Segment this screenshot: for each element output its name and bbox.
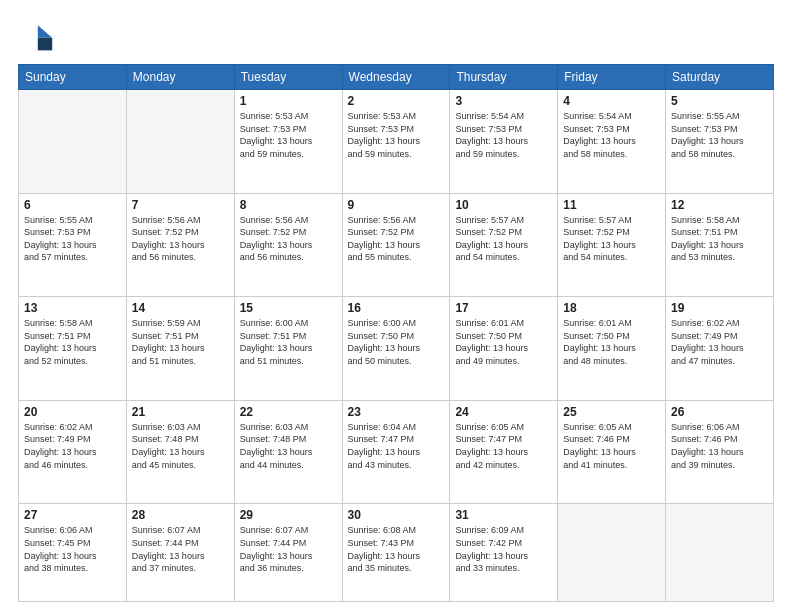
day-number: 13 — [24, 301, 121, 315]
calendar-header-sunday: Sunday — [19, 65, 127, 90]
calendar-cell: 3Sunrise: 5:54 AM Sunset: 7:53 PM Daylig… — [450, 90, 558, 194]
day-info: Sunrise: 5:55 AM Sunset: 7:53 PM Dayligh… — [24, 214, 121, 264]
day-info: Sunrise: 5:56 AM Sunset: 7:52 PM Dayligh… — [240, 214, 337, 264]
day-number: 10 — [455, 198, 552, 212]
day-info: Sunrise: 6:09 AM Sunset: 7:42 PM Dayligh… — [455, 524, 552, 574]
calendar-table: SundayMondayTuesdayWednesdayThursdayFrid… — [18, 64, 774, 602]
calendar-cell: 11Sunrise: 5:57 AM Sunset: 7:52 PM Dayli… — [558, 193, 666, 297]
day-info: Sunrise: 6:02 AM Sunset: 7:49 PM Dayligh… — [671, 317, 768, 367]
day-number: 24 — [455, 405, 552, 419]
day-number: 17 — [455, 301, 552, 315]
day-number: 27 — [24, 508, 121, 522]
calendar-cell: 24Sunrise: 6:05 AM Sunset: 7:47 PM Dayli… — [450, 400, 558, 504]
calendar-cell: 15Sunrise: 6:00 AM Sunset: 7:51 PM Dayli… — [234, 297, 342, 401]
calendar-cell: 2Sunrise: 5:53 AM Sunset: 7:53 PM Daylig… — [342, 90, 450, 194]
calendar-header-wednesday: Wednesday — [342, 65, 450, 90]
day-info: Sunrise: 5:58 AM Sunset: 7:51 PM Dayligh… — [671, 214, 768, 264]
calendar-cell: 30Sunrise: 6:08 AM Sunset: 7:43 PM Dayli… — [342, 504, 450, 602]
calendar-cell: 28Sunrise: 6:07 AM Sunset: 7:44 PM Dayli… — [126, 504, 234, 602]
calendar-cell: 25Sunrise: 6:05 AM Sunset: 7:46 PM Dayli… — [558, 400, 666, 504]
svg-marker-0 — [38, 25, 52, 38]
day-number: 28 — [132, 508, 229, 522]
day-number: 20 — [24, 405, 121, 419]
week-row-4: 20Sunrise: 6:02 AM Sunset: 7:49 PM Dayli… — [19, 400, 774, 504]
day-info: Sunrise: 6:04 AM Sunset: 7:47 PM Dayligh… — [348, 421, 445, 471]
calendar-cell: 12Sunrise: 5:58 AM Sunset: 7:51 PM Dayli… — [666, 193, 774, 297]
calendar-cell: 8Sunrise: 5:56 AM Sunset: 7:52 PM Daylig… — [234, 193, 342, 297]
calendar-cell: 31Sunrise: 6:09 AM Sunset: 7:42 PM Dayli… — [450, 504, 558, 602]
day-info: Sunrise: 6:00 AM Sunset: 7:50 PM Dayligh… — [348, 317, 445, 367]
day-number: 25 — [563, 405, 660, 419]
day-info: Sunrise: 5:53 AM Sunset: 7:53 PM Dayligh… — [240, 110, 337, 160]
day-info: Sunrise: 6:06 AM Sunset: 7:46 PM Dayligh… — [671, 421, 768, 471]
day-number: 6 — [24, 198, 121, 212]
day-info: Sunrise: 6:07 AM Sunset: 7:44 PM Dayligh… — [132, 524, 229, 574]
header — [18, 18, 774, 54]
day-number: 31 — [455, 508, 552, 522]
day-info: Sunrise: 6:05 AM Sunset: 7:46 PM Dayligh… — [563, 421, 660, 471]
calendar-cell: 10Sunrise: 5:57 AM Sunset: 7:52 PM Dayli… — [450, 193, 558, 297]
day-number: 16 — [348, 301, 445, 315]
calendar-cell — [666, 504, 774, 602]
day-number: 7 — [132, 198, 229, 212]
calendar-cell: 21Sunrise: 6:03 AM Sunset: 7:48 PM Dayli… — [126, 400, 234, 504]
day-number: 18 — [563, 301, 660, 315]
calendar-cell: 29Sunrise: 6:07 AM Sunset: 7:44 PM Dayli… — [234, 504, 342, 602]
day-info: Sunrise: 6:02 AM Sunset: 7:49 PM Dayligh… — [24, 421, 121, 471]
logo-icon — [18, 18, 54, 54]
day-number: 19 — [671, 301, 768, 315]
calendar-cell: 5Sunrise: 5:55 AM Sunset: 7:53 PM Daylig… — [666, 90, 774, 194]
week-row-2: 6Sunrise: 5:55 AM Sunset: 7:53 PM Daylig… — [19, 193, 774, 297]
calendar-cell: 18Sunrise: 6:01 AM Sunset: 7:50 PM Dayli… — [558, 297, 666, 401]
day-info: Sunrise: 6:01 AM Sunset: 7:50 PM Dayligh… — [563, 317, 660, 367]
day-info: Sunrise: 6:03 AM Sunset: 7:48 PM Dayligh… — [240, 421, 337, 471]
calendar-cell: 7Sunrise: 5:56 AM Sunset: 7:52 PM Daylig… — [126, 193, 234, 297]
day-number: 2 — [348, 94, 445, 108]
day-number: 9 — [348, 198, 445, 212]
week-row-5: 27Sunrise: 6:06 AM Sunset: 7:45 PM Dayli… — [19, 504, 774, 602]
day-number: 23 — [348, 405, 445, 419]
day-number: 11 — [563, 198, 660, 212]
day-info: Sunrise: 6:05 AM Sunset: 7:47 PM Dayligh… — [455, 421, 552, 471]
calendar-header-tuesday: Tuesday — [234, 65, 342, 90]
day-number: 21 — [132, 405, 229, 419]
day-number: 14 — [132, 301, 229, 315]
calendar-cell — [19, 90, 127, 194]
calendar-cell: 14Sunrise: 5:59 AM Sunset: 7:51 PM Dayli… — [126, 297, 234, 401]
calendar-header-saturday: Saturday — [666, 65, 774, 90]
day-info: Sunrise: 5:54 AM Sunset: 7:53 PM Dayligh… — [455, 110, 552, 160]
calendar-header-monday: Monday — [126, 65, 234, 90]
calendar-cell: 27Sunrise: 6:06 AM Sunset: 7:45 PM Dayli… — [19, 504, 127, 602]
calendar-cell: 4Sunrise: 5:54 AM Sunset: 7:53 PM Daylig… — [558, 90, 666, 194]
day-info: Sunrise: 6:06 AM Sunset: 7:45 PM Dayligh… — [24, 524, 121, 574]
calendar-cell: 13Sunrise: 5:58 AM Sunset: 7:51 PM Dayli… — [19, 297, 127, 401]
day-number: 1 — [240, 94, 337, 108]
day-info: Sunrise: 6:03 AM Sunset: 7:48 PM Dayligh… — [132, 421, 229, 471]
day-info: Sunrise: 6:07 AM Sunset: 7:44 PM Dayligh… — [240, 524, 337, 574]
day-info: Sunrise: 6:00 AM Sunset: 7:51 PM Dayligh… — [240, 317, 337, 367]
calendar-cell: 26Sunrise: 6:06 AM Sunset: 7:46 PM Dayli… — [666, 400, 774, 504]
day-number: 22 — [240, 405, 337, 419]
day-number: 5 — [671, 94, 768, 108]
day-number: 29 — [240, 508, 337, 522]
calendar-cell: 23Sunrise: 6:04 AM Sunset: 7:47 PM Dayli… — [342, 400, 450, 504]
calendar-cell: 17Sunrise: 6:01 AM Sunset: 7:50 PM Dayli… — [450, 297, 558, 401]
calendar-cell — [126, 90, 234, 194]
calendar-cell: 19Sunrise: 6:02 AM Sunset: 7:49 PM Dayli… — [666, 297, 774, 401]
day-info: Sunrise: 5:54 AM Sunset: 7:53 PM Dayligh… — [563, 110, 660, 160]
day-number: 4 — [563, 94, 660, 108]
day-info: Sunrise: 5:59 AM Sunset: 7:51 PM Dayligh… — [132, 317, 229, 367]
day-number: 8 — [240, 198, 337, 212]
week-row-3: 13Sunrise: 5:58 AM Sunset: 7:51 PM Dayli… — [19, 297, 774, 401]
calendar-cell — [558, 504, 666, 602]
calendar-cell: 1Sunrise: 5:53 AM Sunset: 7:53 PM Daylig… — [234, 90, 342, 194]
calendar-cell: 20Sunrise: 6:02 AM Sunset: 7:49 PM Dayli… — [19, 400, 127, 504]
day-info: Sunrise: 6:08 AM Sunset: 7:43 PM Dayligh… — [348, 524, 445, 574]
calendar-cell: 9Sunrise: 5:56 AM Sunset: 7:52 PM Daylig… — [342, 193, 450, 297]
calendar-cell: 22Sunrise: 6:03 AM Sunset: 7:48 PM Dayli… — [234, 400, 342, 504]
day-info: Sunrise: 5:58 AM Sunset: 7:51 PM Dayligh… — [24, 317, 121, 367]
day-info: Sunrise: 5:57 AM Sunset: 7:52 PM Dayligh… — [455, 214, 552, 264]
day-info: Sunrise: 5:56 AM Sunset: 7:52 PM Dayligh… — [348, 214, 445, 264]
day-info: Sunrise: 5:57 AM Sunset: 7:52 PM Dayligh… — [563, 214, 660, 264]
day-info: Sunrise: 5:55 AM Sunset: 7:53 PM Dayligh… — [671, 110, 768, 160]
